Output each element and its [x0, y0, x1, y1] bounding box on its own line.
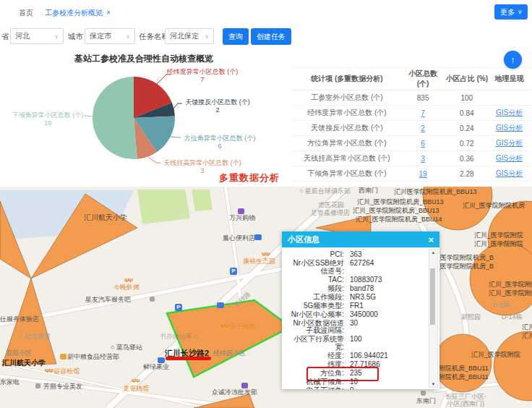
cell-percent: 0.84	[445, 106, 489, 121]
field-value: band78	[350, 285, 374, 293]
map-label: 院附院机房_BBU11	[432, 374, 489, 381]
gis-analysis-link[interactable]: GIS分析	[496, 109, 523, 116]
map-label: ○ 菜鸟驿站	[111, 344, 142, 351]
cell-stat-name: 天馈接反小区总数 (个)	[293, 121, 401, 136]
gis-analysis-link[interactable]: GIS分析	[496, 169, 523, 177]
tab-bar: 首页 工参校准分析概览× 更多 ∨	[0, 0, 532, 25]
table-row: 经纬度异常小区总数 (个)70.84GIS分析	[293, 106, 530, 121]
scroll-down-icon[interactable]: ▼	[429, 382, 437, 386]
coverage-circle[interactable]	[434, 334, 492, 392]
map-label: 仕服务体验店	[0, 316, 39, 323]
red-underline-annotation	[166, 357, 211, 360]
field-value: 10	[350, 378, 358, 386]
pie-callout-label: 方位角异常小区总数 (个)6	[178, 135, 262, 150]
map-label: 长征三厂小区-	[445, 394, 486, 400]
watermark-text: 多重数据分析	[219, 171, 280, 184]
restaurant-icon: ΨΨ	[262, 252, 270, 258]
popup-field-row: Nr小区SSB绝对信道号:627264	[286, 260, 425, 275]
close-icon[interactable]: ×	[428, 234, 434, 245]
restaurant-icon: ΨΨ	[220, 323, 228, 329]
field-label: 机械下倾角:	[286, 378, 344, 386]
cell-count-link[interactable]: 6	[421, 140, 425, 148]
cell-count-link[interactable]: 3	[421, 155, 425, 163]
task-select[interactable]: 河北保定 ∨	[165, 28, 214, 44]
restaurant-icon: ΨΨ	[124, 278, 132, 284]
gis-analysis-link[interactable]: GIS分析	[496, 154, 523, 162]
cell-gis: GIS分析	[489, 121, 530, 136]
map-label: 汇川_医学院附院机房_BBU13	[353, 208, 439, 214]
field-label: Nr小区中心频率:	[286, 311, 344, 319]
field-value: 106.944021	[350, 352, 388, 360]
cell-count-link[interactable]: 7	[421, 109, 425, 117]
cell-count: 2	[401, 121, 445, 136]
field-label: 工作频段:	[286, 294, 344, 302]
map-label: 东南门	[416, 398, 436, 404]
gis-analysis-link[interactable]: GIS分析	[496, 139, 523, 147]
col-header-gis: 地理呈现	[489, 68, 530, 90]
popup-field-row: 5G频率类型:FR1	[286, 302, 425, 310]
pie-callout-label: 经纬度异常小区总数 (个)7	[160, 68, 244, 84]
cell-count-link[interactable]: 2	[421, 124, 425, 132]
table-header-row: 统计项 (多重数据分析) 小区总数 (个) 小区占比 (%) 地理呈现	[293, 68, 530, 90]
popup-field-row: 频段:band78	[286, 285, 425, 293]
popup-field-row: 机械下倾角:10	[286, 378, 425, 386]
field-value: FR1	[350, 302, 364, 310]
stats-table: 统计项 (多重数据分析) 小区总数 (个) 小区占比 (%) 地理呈现 工参室外…	[293, 67, 530, 182]
map-label: 星友汽车服务吧	[85, 297, 131, 303]
map-label: 汇川航天小学	[2, 360, 46, 367]
scrollbar-thumb[interactable]	[430, 268, 435, 325]
map-canvas[interactable]: ○ 星辰台球俱乐部西南门道医花园足管嘉修理店汇川医学院附院机房_BBU13汇川_…	[0, 187, 532, 408]
city-select[interactable]: 保定市 ∨	[85, 28, 135, 44]
cell-count: 6	[401, 136, 445, 151]
pie-slice-4[interactable]	[93, 77, 137, 159]
cell-count: 835	[401, 90, 445, 106]
table-row: 工参室外小区总数 (个)835100	[293, 90, 530, 106]
chevron-down-icon: ∨	[518, 9, 522, 15]
popup-field-row: 小区下行系统带宽:100	[286, 336, 425, 351]
map-label: 众诚冷冻批发部	[212, 389, 257, 396]
map-label: 西南门	[359, 187, 378, 194]
map-label: 新中粮食品经营部	[67, 354, 119, 360]
cell-stat-name: 天线挂高异常小区总数 (个)	[293, 151, 401, 166]
scroll-top-fab[interactable]: ↑	[504, 51, 522, 69]
gate-icon	[421, 391, 426, 396]
car-icon	[217, 302, 224, 308]
field-label: 经度:	[286, 352, 344, 360]
map-label: 道医花园	[318, 202, 344, 208]
province-label: 省	[1, 32, 9, 42]
province-select[interactable]: 河北 ∨	[10, 28, 64, 44]
map-label: 汇川_医学院附院	[489, 290, 532, 297]
popup-field-row: 电子下倾角:0	[286, 387, 425, 390]
create-task-button[interactable]: 创建任务	[251, 28, 291, 45]
field-label: Nr小区数据信道子载波间隔:	[286, 320, 344, 335]
popup-title: 小区信息	[288, 234, 319, 245]
cell-count: 7	[401, 106, 445, 121]
map-label: 东家电	[0, 379, 20, 386]
popup-scrollbar[interactable]: ▲ ▼	[429, 249, 438, 388]
map-label: 汇川航天小学	[84, 214, 127, 221]
popup-field-row: PCI:363	[286, 251, 425, 259]
tab-close-icon[interactable]: ×	[106, 9, 111, 17]
cell-percent: 2.28	[445, 166, 489, 182]
cell-count-link[interactable]: 19	[419, 170, 427, 178]
table-row: 天馈接反小区总数 (个)20.24GIS分析	[293, 121, 530, 136]
map-label: 汇川_医学院附院机房_BBU14	[356, 216, 442, 223]
field-label: 小区下行系统带宽:	[286, 336, 344, 351]
scroll-up-icon[interactable]: ▲	[429, 250, 437, 255]
restaurant-icon: ΨΨ	[132, 378, 140, 384]
map-label: ○ 松雪教育	[19, 333, 51, 340]
field-value: 100	[350, 336, 362, 351]
gis-analysis-link[interactable]: GIS分析	[496, 124, 523, 132]
col-header-pct: 小区占比 (%)	[445, 68, 489, 90]
more-label: 更多	[500, 7, 515, 17]
more-button[interactable]: 更多 ∨	[494, 4, 528, 20]
query-button[interactable]: 查询	[223, 28, 249, 45]
field-label: 频段:	[286, 285, 344, 293]
coverage-circle[interactable]	[494, 331, 532, 401]
shop-icon	[241, 383, 248, 388]
col-header-stat: 统计项 (多重数据分析)	[293, 68, 401, 90]
popup-body: PCI:363Nr小区SSB绝对信道号:627264TAC:10883073频段…	[282, 247, 439, 389]
cell-gis: GIS分析	[489, 136, 530, 151]
gate-icon	[150, 297, 155, 302]
tab-home[interactable]: 首页	[19, 8, 33, 18]
